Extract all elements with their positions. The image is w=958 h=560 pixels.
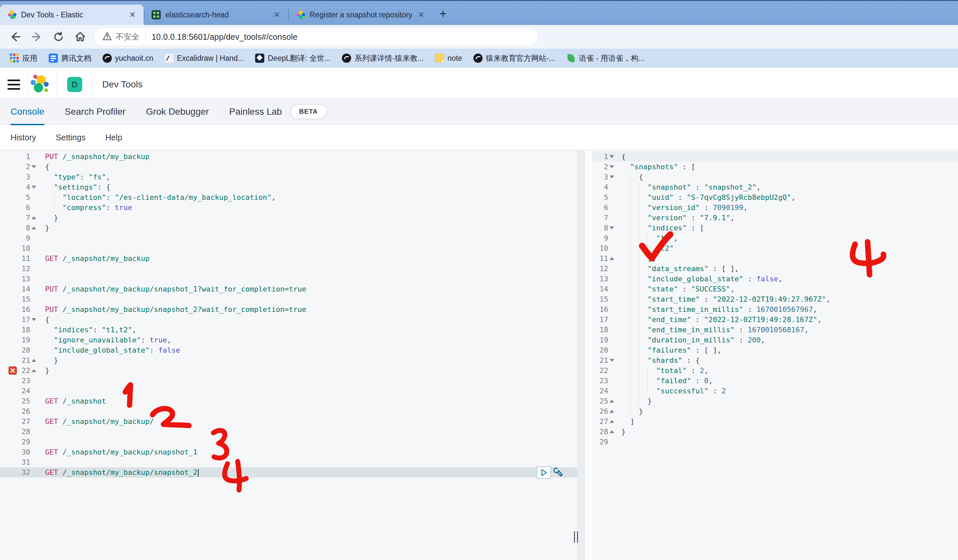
code-line-26[interactable]: 26 } [592,406,958,416]
code-line-3[interactable]: 3 { [592,172,958,182]
new-tab-button[interactable]: + [439,8,446,20]
code-line-12[interactable]: 12 [0,264,577,274]
wrench-icon[interactable] [553,466,564,479]
forward-button[interactable] [30,30,43,43]
fold-open-icon[interactable] [608,176,615,179]
fold-close-icon[interactable] [30,359,38,362]
code-line-14[interactable]: 14 "state" : "SUCCESS", [592,284,958,294]
code-line-23[interactable]: 23 [0,376,577,386]
code-line-16[interactable]: 16 "start_time_in_millis" : 167001056796… [592,304,958,315]
bookmark-item[interactable]: Excalidraw | Hand... [161,54,247,63]
code-line-29[interactable]: 29 [0,437,577,447]
back-button[interactable] [8,30,22,43]
code-line-6[interactable]: 6 "version_id" : 7090199, [592,202,958,213]
code-line-26[interactable]: 26 [0,406,577,416]
url-omnibox[interactable]: 不安全 10.0.0.18:5601/app/dev_tools#/consol… [94,28,538,46]
code-line-11[interactable]: 11GET /_snapshot/my_backup [0,253,577,264]
code-line-8[interactable]: 8 "indices" : [ [592,223,958,233]
browser-tab[interactable]: elasticsearch-head✕ [144,5,288,25]
panel-splitter[interactable] [588,150,589,560]
tab-close-icon[interactable]: ✕ [128,10,137,19]
bookmark-item[interactable]: 应用 [6,53,41,63]
bookmark-item[interactable]: 语雀 - 用语雀，构... [563,53,648,63]
code-line-19[interactable]: 19 "duration_in_millis" : 200, [592,335,958,345]
code-line-5[interactable]: 5 "uuid" : "S-7qvCg8SjyRcb8ebpU2gQ", [592,192,958,202]
code-line-30[interactable]: 30GET /_snapshot/my_backup/snapshot_1 [0,447,577,457]
code-line-8[interactable]: 8} [0,223,577,233]
menu-settings[interactable]: Settings [56,133,86,142]
code-line-24[interactable]: 24 [0,386,577,396]
fold-open-icon[interactable] [608,155,615,158]
tab-console[interactable]: Console [11,99,44,125]
code-line-20[interactable]: 20 "include_global_state": false [0,345,577,355]
code-line-4[interactable]: 4 "settings": { [0,182,577,192]
code-line-1[interactable]: 1PUT /_snapshot/my_backup [0,152,577,162]
code-line-32[interactable]: 32GET /_snapshot/my_backup/snapshot_2 [0,467,577,478]
fold-close-icon[interactable] [30,369,38,372]
elastic-logo-icon[interactable] [28,74,57,94]
code-line-19[interactable]: 19 "ignore_unavailable": true, [0,335,577,345]
code-line-2[interactable]: 2 "snapshots" : [ [592,162,958,172]
bookmark-item[interactable]: DeepL翻译: 全世... [252,53,334,63]
code-line-20[interactable]: 20 "failures" : [ ], [592,345,958,355]
bookmark-item[interactable]: 系列课详情-猿来教... [339,53,427,63]
code-line-17[interactable]: 17 "end_time" : "2022-12-02T19:49:28.167… [592,315,958,325]
code-line-10[interactable]: 10 [0,243,577,253]
code-line-7[interactable]: 7 "version" : "7.9.1", [592,213,958,223]
code-line-17[interactable]: 17{ [0,315,577,325]
tab-painless-lab[interactable]: Painless LabBETA [229,99,327,125]
tab-search-profiler[interactable]: Search Profiler [65,99,125,125]
fold-close-icon[interactable] [30,216,38,219]
code-line-4[interactable]: 4 "snapshot" : "snapshot_2", [592,182,958,192]
code-line-31[interactable]: 31 [0,457,577,467]
code-line-25[interactable]: 25 } [592,396,958,406]
bookmark-item[interactable]: note [431,54,466,63]
code-line-9[interactable]: 9 "t1", [592,233,958,243]
splitter-drag-handle-icon[interactable] [574,532,581,543]
fold-close-icon[interactable] [608,430,615,433]
fold-open-icon[interactable] [30,318,38,321]
code-line-25[interactable]: 25GET /_snapshot [0,396,577,406]
code-line-15[interactable]: 15 "start_time" : "2022-12-02T19:49:27.9… [592,294,958,304]
code-line-11[interactable]: 11 ], [592,253,958,264]
code-line-1[interactable]: 1{ [592,152,958,162]
fold-open-icon[interactable] [30,165,38,168]
code-line-28[interactable]: 28} [592,427,958,437]
tab-close-icon[interactable]: ✕ [417,10,426,19]
bookmark-item[interactable]: 猿来教育官方网站-... [470,53,558,63]
fold-close-icon[interactable] [608,400,615,403]
fold-close-icon[interactable] [608,420,615,423]
browser-tab[interactable]: Register a snapshot repository✕ [289,5,432,25]
code-line-2[interactable]: 2{ [0,162,577,172]
menu-help[interactable]: Help [105,133,122,142]
code-line-13[interactable]: 13 "include_global_state" : false, [592,274,958,284]
fold-close-icon[interactable] [608,410,615,413]
bookmark-item[interactable]: yuchaoit.cn [99,54,157,63]
menu-history[interactable]: History [11,133,36,142]
security-warning-icon[interactable] [103,32,112,42]
code-line-29[interactable]: 29 [592,437,958,447]
code-line-22[interactable]: 22} [0,365,577,376]
browser-tab[interactable]: Dev Tools - Elastic✕ [0,5,144,25]
code-line-9[interactable]: 9 [0,233,577,243]
space-badge[interactable]: D [67,77,82,92]
code-line-18[interactable]: 18 "indices": "t1,t2", [0,325,577,335]
code-line-21[interactable]: 21 "shards" : { [592,355,958,365]
code-line-27[interactable]: 27 ] [592,416,958,427]
send-request-button[interactable] [536,466,551,479]
code-line-23[interactable]: 23 "failed" : 0, [592,376,958,386]
fold-close-icon[interactable] [608,257,615,260]
code-line-5[interactable]: 5 "location": "/es-client-data/my_backup… [0,192,577,202]
fold-open-icon[interactable] [608,359,615,362]
code-line-28[interactable]: 28 [0,427,577,437]
code-line-13[interactable]: 13 [0,274,577,284]
fold-open-icon[interactable] [608,226,615,229]
code-line-15[interactable]: 15 [0,294,577,304]
code-line-7[interactable]: 7 } [0,213,577,223]
code-line-10[interactable]: 10 "t2" [592,243,958,253]
bookmark-item[interactable]: 腾讯文档 [45,53,95,63]
code-line-22[interactable]: 22 "total" : 2, [592,365,958,376]
request-editor[interactable]: 1PUT /_snapshot/my_backup2{3 "type": "fs… [0,150,577,560]
code-line-3[interactable]: 3 "type": "fs", [0,172,577,182]
tab-grok-debugger[interactable]: Grok Debugger [146,99,209,125]
